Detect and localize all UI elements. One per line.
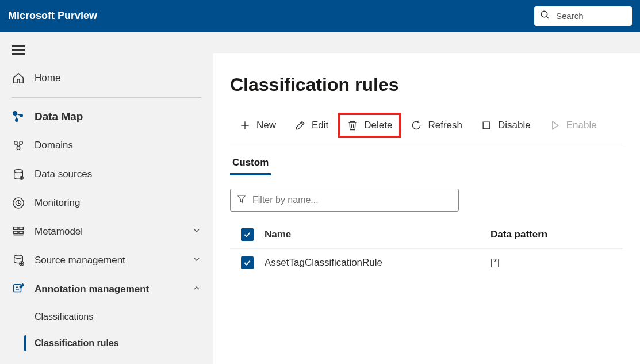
select-all-checkbox[interactable] [241, 228, 254, 241]
section-data-map-label: Data Map [35, 110, 201, 123]
play-icon [549, 120, 561, 131]
delete-button[interactable]: Delete [338, 113, 401, 138]
svg-rect-23 [14, 285, 21, 292]
refresh-button-label: Refresh [428, 120, 462, 131]
nav-annotation-management[interactable]: Annotation management [0, 275, 213, 304]
new-button-label: New [256, 120, 276, 131]
row-name: AssetTagClassificationRule [265, 257, 490, 269]
nav-data-sources[interactable]: Data sources [0, 160, 213, 189]
nav-monitoring[interactable]: Monitoring [0, 189, 213, 217]
sidebar: Home Data Map Domains Data sources [0, 32, 213, 364]
nav-annotation-management-label: Annotation management [35, 283, 192, 295]
nav-metamodel[interactable]: Metamodel [0, 217, 213, 246]
monitoring-icon [12, 196, 25, 210]
hamburger-button[interactable] [0, 37, 213, 64]
page-title: Classification rules [230, 74, 623, 95]
svg-point-9 [17, 147, 20, 150]
subnav-classification-rules-label: Classification rules [35, 338, 119, 348]
square-icon [481, 120, 492, 131]
svg-marker-30 [553, 121, 558, 129]
data-sources-icon [12, 167, 25, 181]
filter-input[interactable] [252, 195, 453, 205]
source-management-icon [12, 254, 25, 267]
svg-point-0 [541, 11, 547, 17]
section-data-map[interactable]: Data Map [0, 102, 213, 131]
brand-title: Microsoft Purview [8, 10, 97, 22]
chevron-down-icon [192, 226, 201, 238]
svg-line-28 [301, 122, 303, 124]
filter-icon [236, 194, 247, 206]
rules-table: Name Data pattern AssetTagClassification… [230, 221, 623, 276]
svg-rect-19 [19, 231, 23, 234]
enable-button-label: Enable [566, 120, 597, 131]
edit-button-label: Edit [312, 120, 328, 131]
refresh-button[interactable]: Refresh [401, 113, 472, 138]
table-row[interactable]: AssetTagClassificationRule [*] [230, 248, 623, 276]
svg-rect-29 [483, 122, 490, 129]
nav-domains-label: Domains [35, 140, 201, 151]
edit-button[interactable]: Edit [285, 113, 338, 138]
plus-icon [239, 120, 251, 131]
nav-monitoring-label: Monitoring [35, 197, 201, 209]
nav-source-management-label: Source management [35, 255, 192, 266]
chevron-down-icon [192, 255, 201, 267]
search-input[interactable] [556, 11, 626, 21]
toolbar: New Edit Delete Refresh Disable Enable [230, 113, 623, 144]
svg-rect-18 [14, 231, 18, 234]
svg-point-21 [14, 255, 23, 259]
subnav-classification-rules[interactable]: Classification rules [0, 330, 213, 357]
trash-icon [347, 120, 358, 131]
chevron-up-icon [192, 283, 201, 296]
table-header: Name Data pattern [230, 221, 623, 248]
svg-rect-17 [19, 227, 23, 230]
column-pattern[interactable]: Data pattern [490, 229, 623, 240]
home-icon [12, 71, 25, 85]
svg-marker-31 [237, 196, 246, 202]
data-map-icon [12, 110, 25, 124]
delete-button-label: Delete [364, 120, 392, 131]
new-button[interactable]: New [230, 113, 285, 138]
hamburger-icon [12, 45, 25, 55]
disable-button[interactable]: Disable [472, 113, 540, 138]
nav-metamodel-label: Metamodel [35, 226, 192, 237]
nav-source-management[interactable]: Source management [0, 246, 213, 275]
tabs: Custom [230, 151, 623, 175]
enable-button: Enable [540, 113, 606, 138]
column-name[interactable]: Name [265, 229, 490, 240]
svg-rect-16 [14, 227, 18, 230]
nav-domains[interactable]: Domains [0, 131, 213, 160]
row-checkbox[interactable] [241, 256, 254, 269]
edit-icon [294, 120, 306, 131]
main-content: Classification rules New Edit Delete Ref… [213, 53, 640, 364]
nav-home-label: Home [35, 72, 201, 84]
tab-custom[interactable]: Custom [230, 151, 271, 175]
metamodel-icon [12, 225, 25, 239]
subnav-classifications[interactable]: Classifications [0, 304, 213, 330]
domains-icon [12, 139, 25, 152]
refresh-icon [411, 120, 422, 131]
row-pattern: [*] [490, 257, 623, 269]
svg-point-10 [14, 170, 23, 173]
subnav-classifications-label: Classifications [35, 312, 93, 322]
search-icon [540, 10, 556, 22]
app-header: Microsoft Purview [0, 0, 640, 32]
nav-home[interactable]: Home [0, 64, 213, 93]
disable-button-label: Disable [498, 120, 531, 131]
svg-line-1 [546, 16, 549, 18]
nav-data-sources-label: Data sources [35, 168, 201, 180]
annotation-management-icon [12, 282, 25, 296]
global-search[interactable] [534, 6, 632, 26]
filter-box[interactable] [230, 189, 459, 212]
